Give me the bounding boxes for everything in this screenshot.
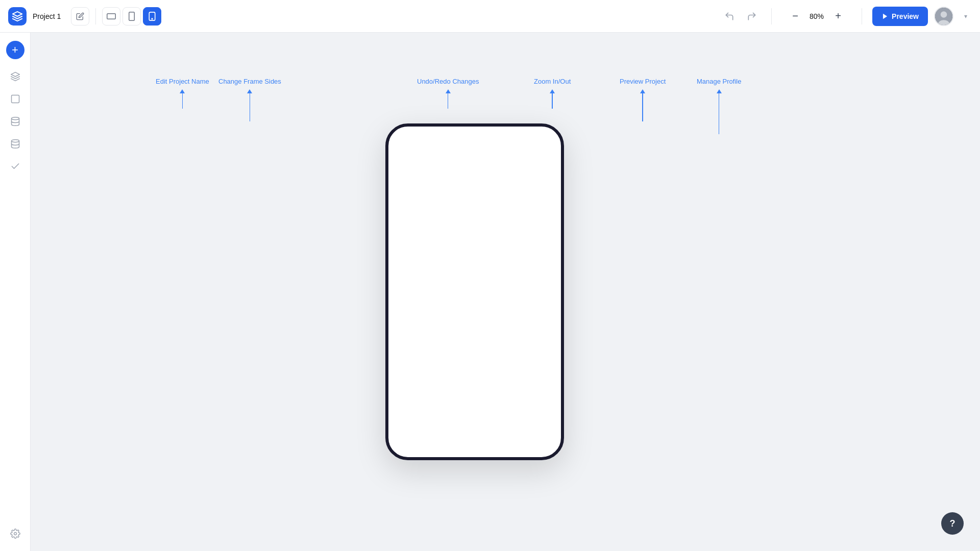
zoom-out-button[interactable]: −: [788, 9, 802, 23]
toolbar-divider-3: [862, 8, 862, 24]
annotation-manage-profile: Manage Profile: [697, 78, 741, 134]
svg-point-11: [11, 140, 19, 142]
sidebar-item-database[interactable]: [6, 135, 24, 153]
annotation-change-frame-sides: Change Frame Sides: [218, 78, 281, 121]
svg-rect-9: [11, 95, 19, 103]
svg-point-3: [152, 18, 153, 19]
svg-rect-0: [107, 13, 116, 19]
toolbar-group: [71, 7, 161, 26]
redo-button[interactable]: [743, 7, 761, 26]
undo-button[interactable]: [720, 7, 739, 26]
frame-landscape-button[interactable]: [102, 7, 120, 26]
sidebar-item-components[interactable]: [6, 90, 24, 108]
preview-button[interactable]: Preview: [872, 7, 928, 26]
annotation-undo-redo: Undo/Redo Changes: [417, 78, 479, 109]
add-button[interactable]: +: [6, 41, 24, 59]
avatar-image: [935, 8, 952, 25]
logo-button[interactable]: [8, 7, 27, 26]
frame-portrait-button[interactable]: [122, 7, 141, 26]
toolbar-divider-1: [95, 8, 96, 24]
svg-point-6: [941, 11, 947, 18]
svg-rect-1: [129, 12, 135, 20]
svg-marker-8: [11, 72, 19, 77]
toolbar-divider-2: [771, 8, 772, 24]
sidebar: +: [0, 33, 31, 551]
sidebar-bottom: [6, 524, 24, 543]
sidebar-item-layers[interactable]: [6, 67, 24, 86]
svg-point-10: [11, 117, 19, 120]
sidebar-item-settings[interactable]: [6, 524, 24, 543]
frame-mobile-button[interactable]: [143, 7, 161, 26]
avatar[interactable]: [934, 7, 953, 26]
phone-frame: [385, 123, 564, 460]
help-button[interactable]: ?: [941, 512, 964, 535]
annotation-edit-project-name: Edit Project Name: [156, 78, 209, 109]
annotation-zoom: Zoom In/Out: [534, 78, 571, 109]
sidebar-item-tasks[interactable]: [6, 157, 24, 176]
project-name: Project 1: [33, 12, 61, 20]
profile-chevron-button[interactable]: ▾: [960, 10, 972, 22]
edit-button[interactable]: [71, 7, 89, 26]
annotation-preview-project: Preview Project: [620, 78, 666, 121]
canvas-area[interactable]: Edit Project Name Change Frame Sides Und…: [31, 33, 980, 551]
undo-redo-group: [720, 7, 761, 26]
phone-frame-wrapper: [385, 123, 564, 460]
zoom-controls: − 80% +: [788, 9, 845, 23]
svg-point-12: [14, 533, 16, 535]
zoom-in-button[interactable]: +: [831, 9, 845, 23]
zoom-level: 80%: [806, 12, 827, 20]
topbar: Project 1: [0, 0, 980, 33]
sidebar-item-assets[interactable]: [6, 112, 24, 131]
svg-marker-4: [883, 13, 887, 19]
